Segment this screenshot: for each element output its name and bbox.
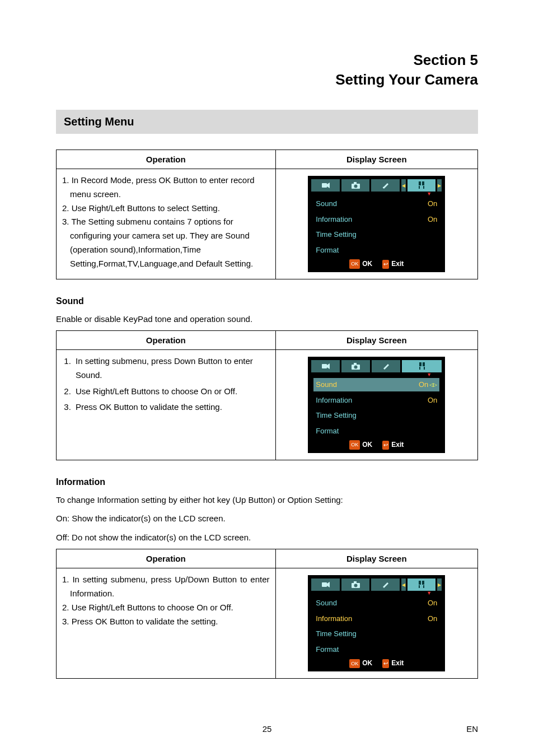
page-number: 25: [263, 724, 272, 734]
manual-page: Section 5 Setting Your Camera Setting Me…: [0, 0, 534, 756]
lcd-tabs: ◀ ▶: [311, 578, 442, 591]
tab-video-icon: [311, 578, 340, 591]
svg-point-8: [354, 366, 358, 369]
tab-camera-icon: [341, 360, 370, 372]
tab-camera-icon: [341, 179, 370, 192]
ok-tag: OKOK: [349, 440, 372, 451]
exit-tag: ↩Exit: [382, 440, 404, 451]
tab-tools-icon: [407, 179, 436, 192]
tab-video-icon: [311, 179, 340, 192]
lcd-row-sound: SoundOn: [313, 197, 439, 210]
tab-pen-icon: [371, 179, 400, 192]
page-footer: 25 EN: [0, 724, 534, 734]
lcd-preview-setting: ◀ ▶ ▼ SoundOn InformationOn Time Setting…: [308, 176, 445, 272]
lcd-tabs: ◀ ▶: [311, 179, 442, 192]
setting-menu-table: Operation Display Screen 1. In Record Mo…: [56, 150, 478, 279]
step-3: 3. The Setting submenu contains 7 option…: [62, 215, 270, 270]
information-heading: Information: [56, 477, 478, 487]
lcd-row-information: InformationOn: [313, 213, 439, 226]
information-table: Operation Display Screen 1. In setting s…: [56, 549, 478, 679]
col-operation: Operation: [57, 549, 276, 568]
information-desc-1: To change Information setting by either …: [56, 493, 478, 507]
tab-camera-icon: [341, 578, 370, 591]
lcd-row-time: Time Setting: [313, 228, 439, 241]
lcd-preview-sound: ▼ Sound On◁▷ InformationOn Time Setting …: [308, 357, 445, 453]
col-display: Display Screen: [275, 331, 477, 350]
operation-cell: 1. In Record Mode, press OK Button to en…: [57, 169, 276, 279]
lcd-row-time: Time Setting: [313, 409, 439, 422]
ok-badge-icon: OK: [349, 259, 360, 269]
step-2: Use Right/Left Buttons to choose On or O…: [73, 385, 270, 401]
arrow-down-row: ▼: [311, 372, 442, 377]
svg-point-12: [354, 584, 357, 587]
sound-table: Operation Display Screen In setting subm…: [56, 330, 478, 460]
arrow-left-icon: ◀: [401, 179, 406, 192]
tab-tools-icon: [402, 360, 442, 372]
arrow-down-row: ▼: [311, 591, 442, 595]
page-lang: EN: [466, 724, 478, 734]
lcd-row-time: Time Setting: [313, 627, 439, 640]
section-heading: Setting Your Camera: [335, 71, 478, 88]
tab-video-icon: [311, 360, 340, 372]
lcd-rows: Sound On◁▷ InformationOn Time Setting Fo…: [311, 377, 442, 437]
lcd-rows: SoundOn InformationOn Time Setting Forma…: [311, 595, 442, 656]
lcd-row-sound: SoundOn: [313, 596, 439, 609]
arrow-down-icon: ▼: [427, 192, 432, 196]
information-desc-3: Off: Do not show the indicator(s) on the…: [56, 530, 478, 545]
col-display: Display Screen: [275, 549, 477, 568]
tab-pen-icon: [372, 360, 400, 372]
arrow-down-icon: ▼: [427, 372, 432, 377]
lcd-tabs: [311, 360, 442, 372]
section-number: Section 5: [413, 52, 478, 68]
sound-desc: Enable or disable KeyPad tone and operat…: [56, 312, 478, 326]
sound-steps: In setting submenu, press Down Button to…: [62, 354, 270, 417]
lcd-preview-info: ◀ ▶ ▼ SoundOn InformationOn Time Setting…: [308, 575, 445, 671]
step-3: 3. Press OK Button to validate the setti…: [62, 615, 270, 629]
arrow-right-icon: ▶: [437, 179, 442, 192]
lcd-row-information: InformationOn: [313, 394, 439, 407]
on-toggle: On◁▷: [419, 379, 437, 390]
display-cell: ◀ ▶ ▼ SoundOn InformationOn Time Setting…: [275, 568, 477, 679]
display-cell: ◀ ▶ ▼ SoundOn InformationOn Time Setting…: [275, 169, 477, 279]
step-3: Press OK Button to validate the setting.: [73, 400, 270, 417]
lcd-row-sound-selected: Sound On◁▷: [313, 378, 439, 391]
step-1: 1. In setting submenu, press Up/Down But…: [62, 573, 270, 601]
display-cell: ▼ Sound On◁▷ InformationOn Time Setting …: [275, 350, 477, 460]
lcd-foot: OKOK ↩Exit: [311, 658, 442, 669]
svg-rect-9: [322, 582, 327, 587]
lcd-row-information-hl: InformationOn: [313, 612, 439, 625]
svg-point-3: [354, 185, 357, 188]
exit-tag: ↩Exit: [382, 259, 404, 270]
ok-tag: OKOK: [349, 259, 372, 270]
col-display: Display Screen: [275, 150, 477, 169]
step-2: 2. Use Right/Left Buttons to select Sett…: [62, 202, 270, 216]
operation-cell: In setting submenu, press Down Button to…: [57, 350, 276, 460]
svg-point-4: [382, 187, 383, 188]
ok-badge-icon: OK: [349, 440, 360, 450]
step-1: In setting submenu, press Down Button to…: [73, 354, 270, 385]
tab-pen-icon: [371, 578, 400, 591]
arrow-down-icon: ▼: [427, 591, 432, 595]
step-1: 1. In Record Mode, press OK Button to en…: [62, 174, 270, 202]
exit-badge-icon: ↩: [382, 260, 389, 269]
exit-badge-icon: ↩: [382, 441, 389, 450]
arrow-down-row: ▼: [311, 192, 442, 196]
svg-rect-5: [322, 364, 327, 368]
svg-rect-11: [354, 581, 357, 584]
ok-tag: OKOK: [349, 658, 372, 669]
lcd-rows: SoundOn InformationOn Time Setting Forma…: [311, 196, 442, 256]
lcd-row-format: Format: [313, 424, 439, 437]
tab-tools-icon: [407, 578, 436, 591]
section-title: Section 5 Setting Your Camera: [56, 50, 478, 90]
exit-badge-icon: ↩: [382, 659, 389, 669]
svg-rect-7: [354, 363, 357, 365]
sound-heading: Sound: [56, 296, 478, 306]
exit-tag: ↩Exit: [382, 658, 404, 669]
step-2: 2. Use Right/Left Buttons to choose On o…: [62, 601, 270, 615]
setting-menu-heading: Setting Menu: [56, 110, 478, 134]
arrow-left-icon: ◀: [401, 578, 406, 591]
operation-cell: 1. In setting submenu, press Up/Down But…: [57, 568, 276, 679]
lcd-row-format: Format: [313, 643, 439, 656]
col-operation: Operation: [57, 150, 276, 169]
svg-rect-0: [322, 183, 327, 188]
